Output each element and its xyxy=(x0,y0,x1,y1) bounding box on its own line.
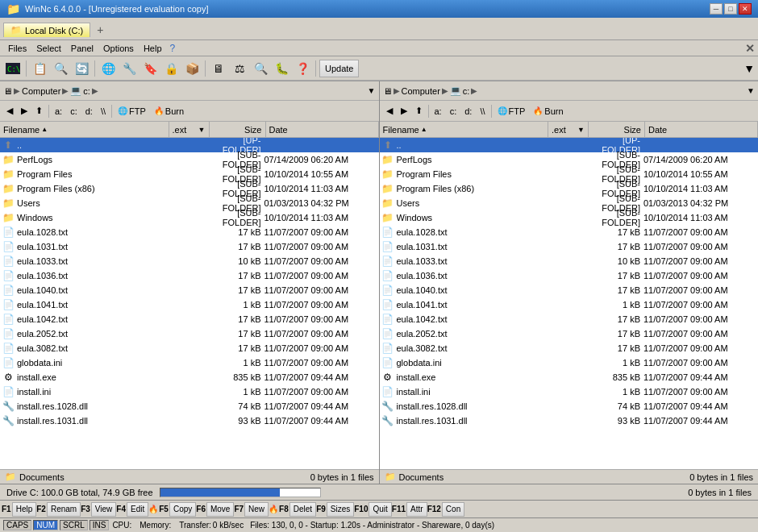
fkey-f9-label[interactable]: Sizes xyxy=(327,502,354,517)
left-col-ext[interactable]: .ext ▼ xyxy=(169,122,210,137)
list-item[interactable]: 📁 Users [SUB-FOLDER] 01/03/2013 04:32 PM xyxy=(0,196,379,210)
fkey-f5-label[interactable]: Copy xyxy=(169,502,196,517)
list-item[interactable]: 📄 eula.1042.txt 17 kB 11/07/2007 09:00 A… xyxy=(380,312,759,326)
toolbar-search2[interactable]: 🔍 xyxy=(251,59,270,78)
list-item[interactable]: 📁 Program Files [SUB-FOLDER] 10/10/2014 … xyxy=(0,167,379,181)
left-back-button[interactable]: ◀ xyxy=(3,103,16,119)
fkey-f11-label[interactable]: Attr xyxy=(406,502,427,517)
left-col-date[interactable]: Date xyxy=(266,122,379,137)
menu-panel[interactable]: Panel xyxy=(66,43,98,54)
list-item[interactable]: 📄 eula.1033.txt 10 kB 11/07/2007 09:00 A… xyxy=(0,254,379,268)
toolbar-copy-file[interactable]: 📋 xyxy=(30,59,49,78)
list-item[interactable]: 📄 eula.1031.txt 17 kB 11/07/2007 09:00 A… xyxy=(0,239,379,254)
right-drive-d[interactable]: d: xyxy=(461,103,475,119)
list-item[interactable]: 📄 eula.1028.txt 17 kB 11/07/2007 09:00 A… xyxy=(0,225,379,239)
list-item[interactable]: 📁 Program Files (x86) [SUB-FOLDER] 10/10… xyxy=(380,181,759,196)
right-drive-a[interactable]: a: xyxy=(431,103,445,119)
toolbar-archive[interactable]: 📦 xyxy=(182,59,202,78)
list-item[interactable]: 📄 eula.1041.txt 1 kB 11/07/2007 09:00 AM xyxy=(0,297,379,312)
list-item[interactable]: 📄 install.ini 1 kB 11/07/2007 09:00 AM xyxy=(380,384,759,399)
right-burn-button[interactable]: 🔥Burn xyxy=(530,103,566,119)
right-col-ext-dropdown[interactable]: ▼ xyxy=(577,126,585,134)
fkey-f8-label[interactable]: Delet xyxy=(289,502,316,517)
toolbar-update-button[interactable]: Update xyxy=(319,60,359,77)
toolbar-terminal[interactable]: C:\ xyxy=(3,59,23,78)
list-item[interactable]: 📄 eula.1036.txt 17 kB 11/07/2007 09:00 A… xyxy=(380,268,759,283)
list-item[interactable]: 🔧 install.res.1031.dll 93 kB 11/07/2007 … xyxy=(380,414,759,428)
fkey-f12-label[interactable]: Con xyxy=(442,502,464,517)
right-network[interactable]: \\ xyxy=(477,103,488,119)
left-forward-button[interactable]: ▶ xyxy=(18,103,31,119)
list-item[interactable]: 📁 PerfLogs [SUB-FOLDER] 07/14/2009 06:20… xyxy=(0,152,379,167)
list-item[interactable]: 📄 eula.2052.txt 17 kB 11/07/2007 09:00 A… xyxy=(380,326,759,341)
toolbar-tools[interactable]: 🔧 xyxy=(119,59,139,78)
list-item[interactable]: ⚙ install.exe 835 kB 11/07/2007 09:44 AM xyxy=(0,370,379,384)
fkey-f10-label[interactable]: Quit xyxy=(369,502,391,517)
list-item[interactable]: 🔧 install.res.1028.dll 74 kB 11/07/2007 … xyxy=(380,399,759,414)
list-item[interactable]: 📁 Program Files (x86) [SUB-FOLDER] 10/10… xyxy=(0,181,379,196)
left-drive-c[interactable]: c: xyxy=(67,103,81,119)
list-item[interactable]: 📄 eula.1036.txt 17 kB 11/07/2007 09:00 A… xyxy=(0,268,379,283)
left-file-list[interactable]: ⬆ .. [UP-FOLDER] 📁 PerfLogs [SUB-FOLDER]… xyxy=(0,138,379,469)
left-col-filename[interactable]: Filename ▲ xyxy=(0,122,169,137)
list-item[interactable]: 📄 install.ini 1 kB 11/07/2007 09:00 AM xyxy=(0,384,379,399)
toolbar-monitor[interactable]: 🖥 xyxy=(209,59,228,78)
list-item[interactable]: 📁 Users [SUB-FOLDER] 01/03/2013 04:32 PM xyxy=(380,196,759,210)
menu-files[interactable]: Files xyxy=(3,43,31,54)
right-addr-dropdown[interactable]: ▼ xyxy=(747,86,755,95)
add-tab-button[interactable]: + xyxy=(97,23,103,36)
list-item[interactable]: 📄 globdata.ini 1 kB 11/07/2007 09:00 AM xyxy=(0,355,379,370)
menu-close-x[interactable]: ✕ xyxy=(745,42,755,55)
list-item[interactable]: 📁 Windows [SUB-FOLDER] 10/10/2014 11:03 … xyxy=(380,210,759,225)
fkey-f3-label[interactable]: View xyxy=(91,502,117,517)
list-item[interactable]: 📄 eula.1040.txt 17 kB 11/07/2007 09:00 A… xyxy=(0,283,379,297)
right-col-filename[interactable]: Filename ▲ xyxy=(380,122,549,137)
fkey-f6-label[interactable]: Move xyxy=(206,502,234,517)
toolbar-helpbtn[interactable]: ❓ xyxy=(293,59,312,78)
list-item[interactable]: 📄 eula.1033.txt 10 kB 11/07/2007 09:00 A… xyxy=(380,254,759,268)
left-col-ext-dropdown[interactable]: ▼ xyxy=(198,126,206,134)
left-drive-a[interactable]: a: xyxy=(52,103,65,119)
list-item[interactable]: 📁 Program Files [SUB-FOLDER] 10/10/2014 … xyxy=(380,167,759,181)
fkey-f4-label[interactable]: Edit xyxy=(127,502,148,517)
help-icon[interactable]: ? xyxy=(170,43,176,54)
toolbar-bug[interactable]: 🐛 xyxy=(272,59,291,78)
list-item[interactable]: 📄 eula.1028.txt 17 kB 11/07/2007 09:00 A… xyxy=(380,225,759,239)
menu-help[interactable]: Help xyxy=(139,43,167,54)
list-item[interactable]: 📄 eula.1042.txt 17 kB 11/07/2007 09:00 A… xyxy=(0,312,379,326)
left-up-button[interactable]: ⬆ xyxy=(32,103,46,119)
left-drive-d[interactable]: d: xyxy=(82,103,96,119)
menu-select[interactable]: Select xyxy=(31,43,66,54)
maximize-button[interactable]: □ xyxy=(724,3,737,15)
list-item[interactable]: 📁 PerfLogs [SUB-FOLDER] 07/14/2009 06:20… xyxy=(380,152,759,167)
list-item[interactable]: 🔧 install.res.1028.dll 74 kB 11/07/2007 … xyxy=(0,399,379,414)
minimize-button[interactable]: ─ xyxy=(710,3,723,15)
right-col-size[interactable]: Size xyxy=(589,122,645,137)
list-item[interactable]: 📄 eula.2052.txt 17 kB 11/07/2007 09:00 A… xyxy=(0,326,379,341)
right-col-date[interactable]: Date xyxy=(645,122,758,137)
toolbar-compare[interactable]: ⚖ xyxy=(230,59,249,78)
toolbar-expand[interactable]: ▼ xyxy=(743,62,755,75)
left-addr-dropdown[interactable]: ▼ xyxy=(368,86,376,95)
list-item[interactable]: 📄 eula.3082.txt 17 kB 11/07/2007 09:00 A… xyxy=(0,341,379,355)
close-button[interactable]: ✕ xyxy=(739,3,752,15)
left-col-size[interactable]: Size xyxy=(210,122,266,137)
list-item[interactable]: 📄 eula.1031.txt 17 kB 11/07/2007 09:00 A… xyxy=(380,239,759,254)
fkey-f7-label[interactable]: New xyxy=(244,502,269,517)
fkey-f1-label[interactable]: Help xyxy=(12,502,37,517)
list-item[interactable]: 📄 eula.1041.txt 1 kB 11/07/2007 09:00 AM xyxy=(380,297,759,312)
toolbar-encrypt[interactable]: 🔒 xyxy=(161,59,181,78)
menu-options[interactable]: Options xyxy=(98,43,139,54)
list-item[interactable]: 📁 Windows [SUB-FOLDER] 10/10/2014 11:03 … xyxy=(0,210,379,225)
left-burn-button[interactable]: 🔥Burn xyxy=(151,103,187,119)
tab-local-disk[interactable]: 📁 Local Disk (C:) xyxy=(3,23,90,37)
list-item[interactable]: 📄 globdata.ini 1 kB 11/07/2007 09:00 AM xyxy=(380,355,759,370)
list-item[interactable]: 📄 eula.1040.txt 17 kB 11/07/2007 09:00 A… xyxy=(380,283,759,297)
right-up-button[interactable]: ⬆ xyxy=(412,103,426,119)
list-item[interactable]: ⬆ .. [UP-FOLDER] xyxy=(380,138,759,152)
left-network[interactable]: \\ xyxy=(98,103,109,119)
toolbar-sync[interactable]: 🔄 xyxy=(72,59,91,78)
toolbar-bookmarks[interactable]: 🔖 xyxy=(140,59,160,78)
list-item[interactable]: 📄 eula.3082.txt 17 kB 11/07/2007 09:00 A… xyxy=(380,341,759,355)
right-file-list[interactable]: ⬆ .. [UP-FOLDER] 📁 PerfLogs [SUB-FOLDER]… xyxy=(380,138,759,469)
